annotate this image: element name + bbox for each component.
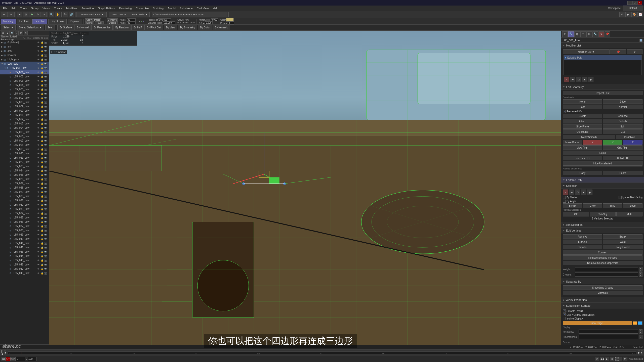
mirror-val[interactable] (211, 18, 218, 21)
selection-header[interactable]: ▼ Selection (561, 183, 644, 189)
iter-spinner[interactable]: ▲ ▼ (639, 329, 642, 334)
scene-item[interactable]: ▶⊡L85_047_Low👁🔒📷 (0, 267, 49, 271)
scene-item[interactable]: ▶▤ant👁🔒📷 (0, 44, 49, 49)
scene-item[interactable]: ▶⊡L85_037_Low👁🔒📷 (0, 224, 49, 228)
scene-item[interactable]: ▶⊡L85_015_Low👁🔒📷 (0, 130, 49, 134)
store1-button[interactable]: Store I (85, 21, 94, 24)
scene-item[interactable]: ▶⊡L85_045_Low👁🔒📷 (0, 258, 49, 262)
edit-geometry-header[interactable]: ▼ Edit Geometry (561, 84, 644, 90)
sel-by-pivot-dist[interactable]: By Pivot Dist (144, 25, 163, 30)
scene-item[interactable]: ▶⊡L85_021_Low👁🔒📷 (0, 156, 49, 160)
tl-next-frame[interactable]: ▶ (638, 350, 640, 355)
mod-editable-poly[interactable]: ● Editable Poly (564, 55, 641, 60)
mirror-val2[interactable] (205, 21, 213, 24)
menu-scripting[interactable]: Scripting (151, 6, 166, 10)
mod-pin[interactable]: 📌 (610, 49, 626, 54)
hide-unselected-button[interactable]: Hide Unselected (563, 161, 642, 166)
scene-item[interactable]: ▶⊡L85_026_Low👁🔒📷 (0, 177, 49, 181)
tl-set-key[interactable]: KEY (11, 357, 16, 361)
sel-by-numeric[interactable]: By Numeric (213, 25, 230, 30)
sel-edge-icon[interactable]: ━ (569, 190, 574, 195)
scene-item[interactable]: ▶⊡L85_013_Low👁🔒📷 (0, 121, 49, 126)
scene-item[interactable]: ▶⊡L85_035_Low👁🔒📷 (0, 215, 49, 220)
grid-align-button[interactable]: Grid Align (603, 145, 642, 150)
scene-item[interactable]: ▶⊡L85_008_Low👁🔒📷 (0, 100, 49, 104)
tl-end-frame[interactable] (28, 357, 36, 361)
render-setup-button[interactable]: ⚙ (619, 12, 625, 17)
break-button[interactable]: Break (603, 234, 642, 239)
subobj-polygon[interactable]: ■ (582, 77, 587, 82)
scene-item[interactable]: ▶⊡L85_018_Low👁🔒📷 (0, 143, 49, 147)
scene-item[interactable]: ▶⊡L85_023_Low👁🔒📷 (0, 164, 49, 168)
relax-button[interactable]: Relax (563, 151, 642, 155)
menu-arnold[interactable]: Arnold (166, 6, 178, 10)
close-button[interactable]: ✕ (637, 1, 642, 5)
sel-by-normal[interactable]: By Normal (74, 25, 91, 30)
rp-utilities-mode[interactable]: 🔩 (592, 31, 598, 37)
subobj-element[interactable]: ◈ (588, 77, 593, 82)
scene-item[interactable]: ▼▤Low_poly👁🔒📷 (0, 62, 49, 66)
hierarchy-options[interactable]: ⚙ (1, 31, 5, 35)
unhide-all-button[interactable]: Unhide All (603, 156, 642, 160)
scene-item[interactable]: ▶⊡L85_041_Low👁🔒📷 (0, 241, 49, 245)
scene-item[interactable]: ▶▤0 (default)👁🔒📷 (0, 40, 49, 44)
rp-active-modifier[interactable]: ▼ (598, 31, 604, 37)
sel-by-surface[interactable]: By Surface (57, 25, 74, 30)
tl-go-start[interactable]: |◀ (1, 350, 3, 355)
scene-item[interactable]: ▶⊡L85_040_Low👁🔒📷 (0, 237, 49, 241)
scene-item[interactable]: ▶⊡L85_014_Low👁🔒📷 (0, 126, 49, 130)
scene-item[interactable]: ▶⊡L85_034_Low👁🔒📷 (0, 211, 49, 215)
editable-poly-header[interactable]: ▼ Editable Poly (561, 177, 644, 183)
create-button[interactable]: Create (563, 114, 602, 118)
menu-create[interactable]: Create (52, 6, 64, 10)
sel-by-half[interactable]: By Half (131, 25, 144, 30)
menu-modifiers[interactable]: Modifiers (64, 6, 79, 10)
angle1-input[interactable] (127, 18, 136, 21)
scene-item[interactable]: ▶▤High_poly👁🔒📷 (0, 57, 49, 62)
preview-multi-button[interactable]: Multi (616, 212, 642, 216)
menu-rendering[interactable]: Rendering (117, 6, 134, 10)
rp-color-swatch[interactable] (639, 39, 642, 42)
scene-item[interactable]: ▶⊡L85_046_Low👁🔒📷 (0, 262, 49, 267)
scene-item[interactable]: ▶⊡L85_016_Low👁🔒📷 (0, 134, 49, 139)
concave-button[interactable]: Concave (107, 18, 118, 21)
mode-selection[interactable]: Selection (32, 19, 47, 24)
scene-item[interactable]: ▶⊡L85_044_Low👁🔒📷 (0, 254, 49, 258)
preview-subobj-button[interactable]: SubObj (590, 212, 616, 216)
tl-frame-input[interactable] (16, 357, 25, 361)
mod-config[interactable]: ⚙ (627, 49, 642, 54)
scene-item[interactable]: ▶▤ant1👁🔒📷 (0, 49, 49, 53)
scene-item[interactable]: ▶⊡L85_010_Low👁🔒📷 (0, 109, 49, 113)
scene-item[interactable]: ▶⊡L85_001_Low👁🔒📷 (0, 70, 49, 74)
scene-item[interactable]: ▶⊡L85_005_Low👁🔒📷 (0, 87, 49, 92)
timeline-track[interactable]: 0 10 20 30 40 50 60 70 80 90 100 (8, 351, 636, 354)
hierarchy-expand[interactable]: ⊞ (19, 31, 23, 35)
pan-button[interactable]: ✋ (55, 12, 60, 17)
detach-button[interactable]: Detach (603, 119, 642, 123)
sel-by-perspective[interactable]: By Perspective (91, 25, 113, 30)
tl-play[interactable]: ▶ (605, 357, 609, 361)
subobj-vertex[interactable]: · (564, 77, 569, 82)
rotate-button[interactable]: ↻ (35, 12, 41, 17)
scene-item[interactable]: ▶⊡L85_024_Low👁🔒📷 (0, 168, 49, 173)
smooth-result-check[interactable] (563, 309, 566, 312)
scene-item[interactable]: ▶⊡L85_002_Low👁🔒📷 (0, 74, 49, 79)
tl-stop[interactable]: ■ (610, 357, 614, 361)
soft-selection-header[interactable]: ▶ Soft Selection (561, 222, 644, 228)
iter-input[interactable]: 1 (579, 330, 638, 334)
subdivision-surface-header[interactable]: ▼ Subdivision Surface (561, 303, 644, 308)
color-swatch[interactable] (226, 18, 234, 22)
scene-item[interactable]: ▼⊞L85_001_Low👁🔒📷 (0, 66, 49, 70)
cage-color1[interactable] (633, 321, 637, 325)
tessellate-button[interactable]: Tessellate (616, 135, 642, 139)
viewport[interactable]: [+] [Orthographic] [Edged Faces] (49, 31, 561, 349)
create-selection-button[interactable]: Create Selection Set ▼ (76, 12, 107, 17)
sel-poly-icon[interactable]: ■ (581, 190, 586, 195)
mode-populate[interactable]: Populate (68, 19, 82, 24)
cage-color2[interactable] (638, 321, 642, 325)
mp-y-button[interactable]: Y (603, 140, 622, 145)
scene-item[interactable]: ▶⊡L85_028_Low👁🔒📷 (0, 186, 49, 190)
mod-list-dropdown[interactable]: Modifier List ▼ (563, 49, 610, 54)
scene-item[interactable]: ▶⊡L85_025_Low👁🔒📷 (0, 173, 49, 177)
mode-freeform[interactable]: Freeform (17, 19, 32, 24)
